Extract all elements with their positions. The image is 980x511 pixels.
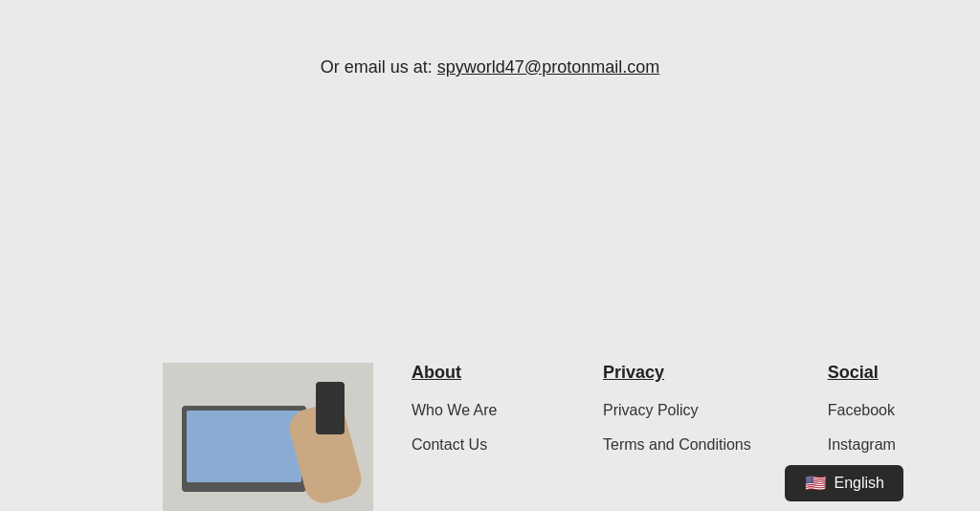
email-link[interactable]: spyworld47@protonmail.com [437, 57, 659, 77]
language-label: English [835, 475, 884, 492]
footer-col-privacy: Privacy Privacy Policy Terms and Conditi… [603, 363, 751, 471]
terms-conditions-link[interactable]: Terms and Conditions [603, 436, 751, 454]
flag-icon: 🇺🇸 [804, 476, 827, 491]
instagram-link[interactable]: Instagram [828, 436, 943, 454]
language-switcher[interactable]: 🇺🇸 English [785, 465, 903, 501]
contact-us-link[interactable]: Contact Us [412, 436, 526, 454]
footer-image [163, 363, 373, 511]
who-we-are-link[interactable]: Who We Are [412, 402, 526, 419]
phone-icon [316, 382, 345, 434]
about-title[interactable]: About [412, 363, 526, 383]
main-content: Or email us at: spyworld47@protonmail.co… [0, 0, 980, 78]
social-title[interactable]: Social [828, 363, 943, 383]
scene [163, 363, 373, 511]
laptop-icon [182, 406, 306, 492]
email-section: Or email us at: spyworld47@protonmail.co… [0, 57, 980, 78]
privacy-policy-link[interactable]: Privacy Policy [603, 402, 751, 419]
email-prefix: Or email us at: [321, 57, 437, 77]
footer-col-about: About Who We Are Contact Us [412, 363, 526, 471]
privacy-title[interactable]: Privacy [603, 363, 751, 383]
laptop-screen [187, 411, 301, 482]
facebook-link[interactable]: Facebook [828, 402, 943, 419]
